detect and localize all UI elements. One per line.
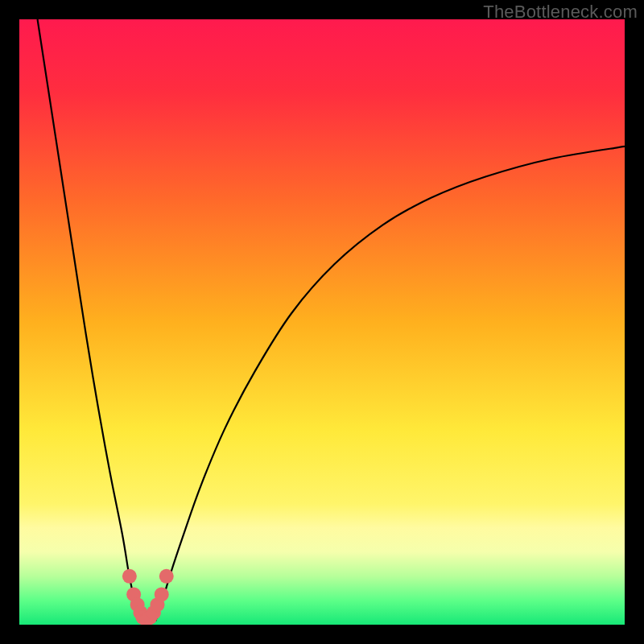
marker-dot [159,569,174,584]
plot-svg [19,19,625,625]
marker-dot [122,569,137,584]
chart-frame: TheBottleneck.com [0,0,644,644]
marker-dot [155,587,169,601]
plot-area [19,19,625,625]
plot-background [19,19,625,625]
